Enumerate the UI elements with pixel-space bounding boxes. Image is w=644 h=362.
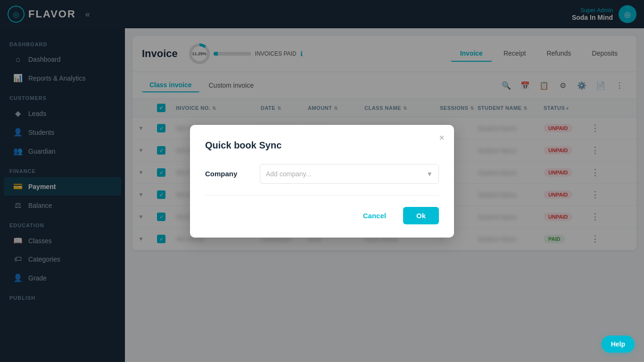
modal-overlay: × Quick book Sync Company Add company...…	[0, 0, 644, 362]
company-form-row: Company Add company... ▼	[205, 164, 439, 184]
modal-actions: Cancel Ok	[205, 207, 439, 224]
modal-close-button[interactable]: ×	[439, 132, 445, 143]
help-button[interactable]: Help	[602, 336, 635, 353]
company-label: Company	[205, 170, 252, 178]
quickbook-sync-modal: × Quick book Sync Company Add company...…	[190, 125, 454, 238]
company-dropdown[interactable]: Add company... ▼	[260, 164, 439, 184]
company-placeholder: Add company...	[266, 170, 311, 178]
chevron-down-icon: ▼	[426, 170, 433, 178]
cancel-button[interactable]: Cancel	[352, 207, 397, 224]
modal-title: Quick book Sync	[205, 140, 439, 151]
ok-button[interactable]: Ok	[403, 207, 439, 224]
modal-divider	[205, 195, 439, 196]
